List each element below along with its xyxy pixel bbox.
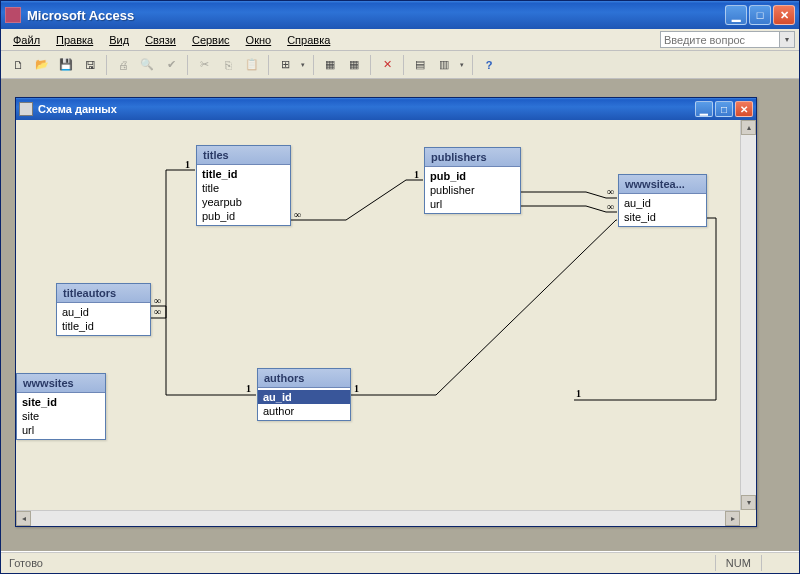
scroll-left-icon[interactable]: ◂	[16, 511, 31, 526]
options-dd[interactable]: ▾	[457, 61, 467, 69]
preview-icon[interactable]: 🔍	[136, 54, 158, 76]
save-icon[interactable]: 💾	[55, 54, 77, 76]
field[interactable]: site_id	[619, 210, 706, 224]
sep	[187, 55, 188, 75]
table-header[interactable]: titles	[197, 146, 290, 165]
minimize-button[interactable]: ▁	[725, 5, 747, 25]
table-wwwsitea[interactable]: wwwsitea... au_id site_id	[618, 174, 707, 227]
app-title: Microsoft Access	[27, 8, 725, 23]
child-titlebar[interactable]: Схема данных ▁ □ ✕	[16, 98, 756, 120]
svg-text:∞: ∞	[154, 295, 161, 306]
svg-text:∞: ∞	[294, 209, 301, 220]
print-icon[interactable]: 🖨	[112, 54, 134, 76]
field[interactable]: au_id	[57, 305, 150, 319]
delete-icon[interactable]: ✕	[376, 54, 398, 76]
options-icon[interactable]: ▥	[433, 54, 455, 76]
menubar: Файл Правка Вид Связи Сервис Окно Справк…	[1, 29, 799, 51]
saveall-icon[interactable]: 🖫	[79, 54, 101, 76]
sep	[313, 55, 314, 75]
sep	[106, 55, 107, 75]
menu-tools[interactable]: Сервис	[184, 32, 238, 48]
statusbar: Готово NUM	[1, 551, 799, 573]
addtable-icon[interactable]: ⊞	[274, 54, 296, 76]
open-icon[interactable]: 📂	[31, 54, 53, 76]
field[interactable]: title_id	[197, 167, 290, 181]
table-header[interactable]: titleautors	[57, 284, 150, 303]
field[interactable]: au_id	[258, 390, 350, 404]
spell-icon[interactable]: ✔	[160, 54, 182, 76]
new-icon[interactable]: 🗋	[7, 54, 29, 76]
field[interactable]: site	[17, 409, 105, 423]
field[interactable]: title	[197, 181, 290, 195]
svg-text:1: 1	[414, 169, 419, 180]
menu-file[interactable]: Файл	[5, 32, 48, 48]
sep	[268, 55, 269, 75]
svg-text:1: 1	[185, 159, 190, 170]
toolbar: 🗋 📂 💾 🖫 🖨 🔍 ✔ ✂ ⎘ 📋 ⊞▾ ▦ ▦ ✕ ▤ ▥▾ ?	[1, 51, 799, 79]
field[interactable]: author	[258, 404, 350, 418]
relationships-doc-icon	[19, 102, 33, 116]
diagram-area[interactable]: 1 ∞ ∞ 1 ∞ ∞ ∞ 1 1	[16, 120, 756, 526]
table-header[interactable]: wwwsites	[17, 374, 105, 393]
addtable-dd[interactable]: ▾	[298, 61, 308, 69]
menu-window[interactable]: Окно	[238, 32, 280, 48]
titlebar[interactable]: Microsoft Access ▁ □ ✕	[1, 1, 799, 29]
child-close-button[interactable]: ✕	[735, 101, 753, 117]
status-empty	[761, 555, 791, 571]
table-titleautors[interactable]: titleautors au_id title_id	[56, 283, 151, 336]
cut-icon[interactable]: ✂	[193, 54, 215, 76]
field[interactable]: url	[425, 197, 520, 211]
scroll-down-icon[interactable]: ▾	[741, 495, 756, 510]
svg-text:∞: ∞	[607, 201, 614, 212]
svg-text:∞: ∞	[607, 186, 614, 197]
diagram-hscrollbar[interactable]: ◂ ▸	[16, 510, 740, 526]
table-header[interactable]: authors	[258, 369, 350, 388]
table-header[interactable]: publishers	[425, 148, 520, 167]
access-icon	[5, 7, 21, 23]
table-titles[interactable]: titles title_id title yearpub pub_id	[196, 145, 291, 226]
svg-text:1: 1	[576, 388, 581, 399]
field[interactable]: yearpub	[197, 195, 290, 209]
table-authors[interactable]: authors au_id author	[257, 368, 351, 421]
field[interactable]: url	[17, 423, 105, 437]
field[interactable]: pub_id	[425, 169, 520, 183]
scroll-right-icon[interactable]: ▸	[725, 511, 740, 526]
menu-help[interactable]: Справка	[279, 32, 338, 48]
properties-icon[interactable]: ▤	[409, 54, 431, 76]
ask-question-box: ▾	[660, 31, 795, 48]
child-title: Схема данных	[38, 103, 693, 115]
menu-relations[interactable]: Связи	[137, 32, 184, 48]
close-button[interactable]: ✕	[773, 5, 795, 25]
scroll-corner	[740, 510, 756, 526]
copy-icon[interactable]: ⎘	[217, 54, 239, 76]
field[interactable]: pub_id	[197, 209, 290, 223]
field[interactable]: au_id	[619, 196, 706, 210]
svg-text:1: 1	[246, 383, 251, 394]
field[interactable]: title_id	[57, 319, 150, 333]
maximize-button[interactable]: □	[749, 5, 771, 25]
question-dropdown[interactable]: ▾	[780, 31, 795, 48]
svg-text:∞: ∞	[154, 306, 161, 317]
status-num: NUM	[715, 555, 761, 571]
menu-view[interactable]: Вид	[101, 32, 137, 48]
menu-edit[interactable]: Правка	[48, 32, 101, 48]
diagram-vscrollbar[interactable]: ▴ ▾	[740, 120, 756, 510]
table-wwwsites[interactable]: wwwsites site_id site url	[16, 373, 106, 440]
relationships-window[interactable]: Схема данных ▁ □ ✕ 1 ∞ ∞ 1	[15, 97, 757, 527]
showdirect-icon[interactable]: ▦	[319, 54, 341, 76]
paste-icon[interactable]: 📋	[241, 54, 263, 76]
showall-icon[interactable]: ▦	[343, 54, 365, 76]
sep	[472, 55, 473, 75]
child-minimize-button[interactable]: ▁	[695, 101, 713, 117]
child-maximize-button[interactable]: □	[715, 101, 733, 117]
scroll-up-icon[interactable]: ▴	[741, 120, 756, 135]
field[interactable]: site_id	[17, 395, 105, 409]
status-ready: Готово	[9, 557, 43, 569]
question-input[interactable]	[660, 31, 780, 48]
sep	[370, 55, 371, 75]
help-icon[interactable]: ?	[478, 54, 500, 76]
svg-text:1: 1	[354, 383, 359, 394]
table-publishers[interactable]: publishers pub_id publisher url	[424, 147, 521, 214]
table-header[interactable]: wwwsitea...	[619, 175, 706, 194]
field[interactable]: publisher	[425, 183, 520, 197]
